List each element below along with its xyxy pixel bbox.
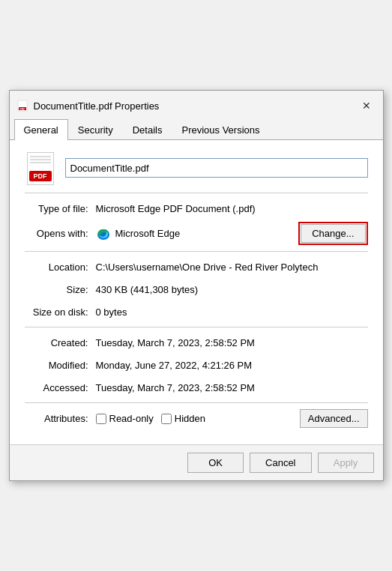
file-name-input[interactable] <box>65 158 368 178</box>
modified-value: Monday, June 27, 2022, 4:21:26 PM <box>96 360 368 371</box>
size-on-disk-label: Size on disk: <box>25 306 96 318</box>
size-on-disk-row: Size on disk: 0 bytes <box>25 303 368 321</box>
hidden-checkbox[interactable] <box>161 414 172 424</box>
opens-with-content: Microsoft Edge Change... <box>96 222 368 245</box>
attributes-row: Attributes: Read-only Hidden Advanced... <box>25 409 368 428</box>
tab-details[interactable]: Details <box>123 119 172 140</box>
size-row: Size: 430 KB (441,308 bytes) <box>25 280 368 298</box>
accessed-row: Accessed: Tuesday, March 7, 2023, 2:58:5… <box>25 378 368 396</box>
separator-2 <box>25 251 368 252</box>
advanced-button[interactable]: Advanced... <box>300 409 368 428</box>
created-row: Created: Tuesday, March 7, 2023, 2:58:52… <box>25 333 368 351</box>
size-label: Size: <box>25 284 96 295</box>
type-of-file-row: Type of file: Microsoft Edge PDF Documen… <box>25 199 368 217</box>
file-header: PDF <box>25 152 368 184</box>
tab-general[interactable]: General <box>14 119 68 140</box>
size-value: 430 KB (441,308 bytes) <box>96 284 368 295</box>
svg-text:PDF: PDF <box>19 108 25 111</box>
size-on-disk-value: 0 bytes <box>96 306 368 318</box>
pdf-badge: PDF <box>29 171 52 181</box>
readonly-checkbox[interactable] <box>96 414 106 424</box>
location-label: Location: <box>25 262 96 273</box>
type-value: Microsoft Edge PDF Document (.pdf) <box>96 203 368 214</box>
edge-icon <box>96 226 111 241</box>
apply-button[interactable]: Apply <box>318 453 374 473</box>
close-button[interactable]: ✕ <box>358 97 376 115</box>
separator-4 <box>25 402 368 403</box>
tab-previous-versions[interactable]: Previous Versions <box>172 119 269 140</box>
tab-security[interactable]: Security <box>68 119 123 140</box>
opens-with-row: Opens with: <box>25 222 368 245</box>
readonly-label: Read-only <box>109 413 154 424</box>
general-tab-content: PDF Type of file: Microsoft Edge PDF Doc… <box>10 140 383 444</box>
accessed-label: Accessed: <box>25 382 96 393</box>
created-value: Tuesday, March 7, 2023, 2:58:52 PM <box>96 337 368 348</box>
accessed-value: Tuesday, March 7, 2023, 2:58:52 PM <box>96 382 368 393</box>
attributes-controls: Read-only Hidden Advanced... <box>96 409 368 428</box>
dialog-icon: PDF <box>17 100 29 112</box>
dialog-title: DocumentTitle.pdf Properties <box>34 100 358 112</box>
file-type-icon: PDF <box>25 152 56 184</box>
opens-with-app: Microsoft Edge <box>115 228 181 239</box>
location-value: C:\Users\username\One Drive - Red River … <box>96 262 368 273</box>
opens-with-label: Opens with: <box>25 228 96 239</box>
modified-row: Modified: Monday, June 27, 2022, 4:21:26… <box>25 356 368 374</box>
ok-button[interactable]: OK <box>187 453 244 473</box>
bottom-bar: OK Cancel Apply <box>10 444 383 480</box>
tab-bar: General Security Details Previous Versio… <box>10 119 383 140</box>
type-label: Type of file: <box>25 203 96 214</box>
properties-dialog: PDF DocumentTitle.pdf Properties ✕ Gener… <box>9 90 384 481</box>
attributes-label: Attributes: <box>25 413 96 424</box>
separator-1 <box>25 193 368 193</box>
modified-label: Modified: <box>25 360 96 371</box>
title-bar: PDF DocumentTitle.pdf Properties ✕ <box>10 91 383 119</box>
location-row: Location: C:\Users\username\One Drive - … <box>25 258 368 276</box>
change-button[interactable]: Change... <box>301 224 365 243</box>
cancel-button[interactable]: Cancel <box>250 453 311 473</box>
created-label: Created: <box>25 337 96 348</box>
change-button-wrapper: Change... <box>298 222 367 245</box>
hidden-checkbox-label[interactable]: Hidden <box>161 413 205 424</box>
separator-3 <box>25 327 368 327</box>
hidden-label: Hidden <box>175 413 205 424</box>
readonly-checkbox-label[interactable]: Read-only <box>96 413 154 424</box>
